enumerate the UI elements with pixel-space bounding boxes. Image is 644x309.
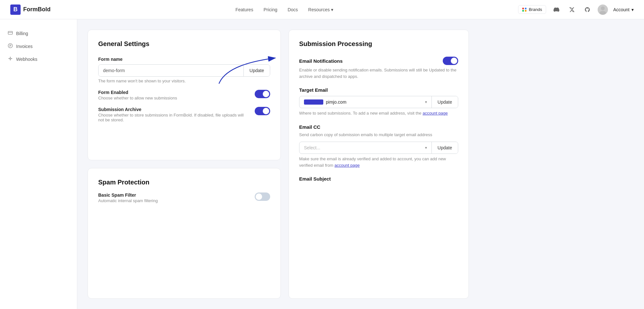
basic-filter-desc: Automatic internal spam filtering xyxy=(98,198,158,203)
svg-point-1 xyxy=(600,11,606,15)
github-icon[interactable] xyxy=(582,5,592,15)
svg-rect-2 xyxy=(8,31,12,34)
email-subject-label: Email Subject xyxy=(299,176,458,182)
sidebar-item-invoices[interactable]: Invoices xyxy=(0,40,77,53)
target-email-update-button[interactable]: Update xyxy=(431,96,458,108)
basic-spam-slider xyxy=(255,192,270,201)
form-name-label: Form name xyxy=(98,57,270,62)
svg-point-0 xyxy=(601,6,605,10)
basic-spam-toggle[interactable] xyxy=(255,192,270,201)
submission-processing-card: Submission Processing Email Notification… xyxy=(289,30,469,299)
sidebar-item-billing[interactable]: Billing xyxy=(0,27,77,40)
account-chevron-icon: ▾ xyxy=(631,7,634,12)
logo[interactable]: B FormBold xyxy=(10,5,51,15)
svg-point-5 xyxy=(10,58,11,59)
form-name-input-group: Update xyxy=(98,64,270,77)
email-cc-update-button[interactable]: Update xyxy=(431,142,458,154)
chevron-down-icon: ▾ xyxy=(331,7,333,12)
header: B FormBold Features Pricing Docs Resourc… xyxy=(0,0,644,19)
target-email-item: Target Email pimjo.com ▾ Update Where to… xyxy=(299,87,458,117)
sidebar-billing-label: Billing xyxy=(16,31,28,36)
target-email-arrow-icon: ▾ xyxy=(425,100,427,104)
twitter-icon[interactable] xyxy=(567,5,577,15)
billing-icon xyxy=(8,30,13,37)
left-column: General Settings Form name Update The fo… xyxy=(88,30,281,299)
email-cc-arrow-icon: ▾ xyxy=(425,145,427,150)
nav-docs[interactable]: Docs xyxy=(288,7,298,12)
email-notifications-toggle[interactable] xyxy=(443,57,458,65)
main-content: General Settings Form name Update The fo… xyxy=(77,19,479,309)
target-email-note: Where to send submissions. To add a new … xyxy=(299,110,458,117)
nav-resources[interactable]: Resources ▾ xyxy=(308,7,333,12)
email-notifications-desc: Enable or disable sending notification e… xyxy=(299,67,458,80)
form-name-update-button[interactable]: Update xyxy=(243,65,270,76)
form-name-input[interactable] xyxy=(99,65,243,76)
account-page-link-2[interactable]: account page xyxy=(335,163,360,168)
sidebar: Billing Invoices Webhooks xyxy=(0,19,77,309)
webhooks-icon xyxy=(8,56,13,62)
sidebar-webhooks-label: Webhooks xyxy=(16,57,37,62)
general-settings-card: General Settings Form name Update The fo… xyxy=(88,30,281,160)
brands-label: Brands xyxy=(529,7,542,12)
target-email-value: pimjo.com xyxy=(326,99,346,105)
submission-archive-desc: Choose whether to store submissions in F… xyxy=(98,113,250,122)
form-enabled-slider xyxy=(255,90,270,98)
account-button[interactable]: Account ▾ xyxy=(613,7,634,12)
right-column: Submission Processing Email Notification… xyxy=(289,30,469,299)
invoices-icon xyxy=(8,43,13,50)
spam-protection-card: Spam Protection Basic Spam Filter Automa… xyxy=(88,168,281,299)
avatar xyxy=(598,5,608,15)
email-cc-item: Email CC Send carbon copy of submission … xyxy=(299,124,458,169)
email-cc-label: Email CC xyxy=(299,124,458,130)
sidebar-item-webhooks[interactable]: Webhooks xyxy=(0,53,77,66)
email-notifications-label: Email Notifications xyxy=(299,58,343,64)
target-email-select[interactable]: pimjo.com ▾ xyxy=(299,96,431,108)
target-email-label: Target Email xyxy=(299,87,458,93)
logo-icon: B xyxy=(10,5,21,15)
submission-archive-label: Submission Archive xyxy=(98,107,250,112)
email-cc-placeholder: Select... xyxy=(304,145,425,150)
basic-filter-label: Basic Spam Filter xyxy=(98,192,158,198)
submission-archive-row: Submission Archive Choose whether to sto… xyxy=(98,107,270,122)
form-enabled-row: Form Enabled Choose whether to allow new… xyxy=(98,90,270,100)
email-notifications-item: Email Notifications Enable or disable se… xyxy=(299,57,458,80)
email-blur-placeholder xyxy=(304,99,323,105)
brands-button[interactable]: Brands xyxy=(518,5,546,14)
spam-protection-title: Spam Protection xyxy=(98,179,270,186)
account-label: Account xyxy=(613,7,630,12)
email-notifications-slider xyxy=(443,57,458,65)
email-cc-note: Make sure the email is already verified … xyxy=(299,156,458,168)
header-right: Brands Account ▾ xyxy=(518,5,634,15)
submission-processing-title: Submission Processing xyxy=(299,40,458,48)
email-cc-select-group: Select... ▾ Update xyxy=(299,142,458,154)
header-nav: Features Pricing Docs Resources ▾ xyxy=(235,7,333,12)
general-settings-title: General Settings xyxy=(98,40,270,48)
form-enabled-label: Form Enabled xyxy=(98,90,177,95)
form-name-field: Form name Update The form name won't be … xyxy=(98,57,270,83)
target-email-select-group: pimjo.com ▾ Update xyxy=(299,96,458,108)
logo-text: FormBold xyxy=(23,6,51,13)
email-cc-desc: Send carbon copy of submission emails to… xyxy=(299,132,458,138)
brands-grid-icon xyxy=(522,8,527,12)
submission-archive-slider xyxy=(255,107,270,115)
submission-archive-toggle[interactable] xyxy=(255,107,270,115)
form-name-hint: The form name won't be shown to your vis… xyxy=(98,79,270,83)
email-cc-select[interactable]: Select... ▾ xyxy=(299,142,431,154)
account-page-link-1[interactable]: account page xyxy=(422,111,448,116)
discord-icon[interactable] xyxy=(551,5,562,15)
layout: Billing Invoices Webhooks General Settin… xyxy=(0,19,644,309)
sidebar-invoices-label: Invoices xyxy=(16,44,33,49)
form-enabled-desc: Choose whether to allow new submissions xyxy=(98,96,177,100)
form-enabled-toggle[interactable] xyxy=(255,90,270,98)
basic-spam-filter-row: Basic Spam Filter Automatic internal spa… xyxy=(98,192,270,203)
nav-features[interactable]: Features xyxy=(235,7,253,12)
email-subject-item: Email Subject xyxy=(299,176,458,182)
nav-pricing[interactable]: Pricing xyxy=(263,7,277,12)
